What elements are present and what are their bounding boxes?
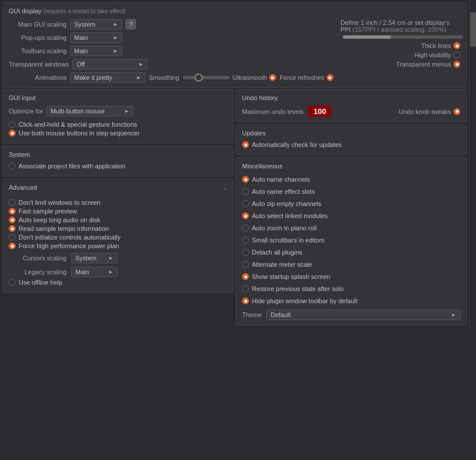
system-option-0[interactable]: Associate project files with application: [9, 163, 227, 170]
advanced-option-2[interactable]: Auto keep long audio on disk: [9, 216, 227, 223]
popups-arrow: ►: [113, 35, 118, 41]
popups-scaling-dropdown[interactable]: Main ►: [70, 32, 122, 43]
transparent-menus-label: Transparent menus: [396, 61, 451, 68]
misc-radio-4[interactable]: [242, 225, 249, 231]
misc-option-1[interactable]: Auto name effect slots: [242, 188, 460, 195]
theme-dropdown[interactable]: Default ►: [266, 310, 460, 320]
scrollbar[interactable]: [469, 0, 476, 327]
misc-radio-10[interactable]: [242, 297, 249, 304]
gui-input-radio-1[interactable]: [9, 130, 16, 137]
thick-lines-option[interactable]: Thick lines: [421, 42, 460, 49]
gui-left-controls: Main GUI scaling System ► ? Pop-ups sc: [9, 19, 334, 83]
misc-option-6[interactable]: Detach all plugins: [242, 249, 460, 256]
misc-option-0[interactable]: Auto name channels: [242, 176, 460, 183]
legacy-scaling-dropdown[interactable]: Main ►: [71, 267, 118, 277]
misc-radio-3[interactable]: [242, 212, 249, 219]
main-container: GUI display (requires a restart to take …: [0, 0, 469, 327]
gui-input-radio-0[interactable]: [9, 121, 16, 128]
misc-radio-5[interactable]: [242, 237, 249, 244]
theme-label: Theme: [242, 311, 262, 318]
misc-option-4[interactable]: Auto zoom in piano roll: [242, 225, 460, 231]
updates-option-0[interactable]: Automatically check for updates: [242, 141, 460, 148]
advanced-option-label-4: Don't initialize controls automatically: [19, 234, 120, 241]
undo-knob-tweaks-label: Undo knob tweaks: [399, 108, 452, 115]
two-col-layout: GUI input Optimize for Multi-button mous…: [2, 89, 467, 325]
advanced-option-3[interactable]: Read sample tempo information: [9, 225, 227, 232]
misc-option-9[interactable]: Restore previous state after solo: [242, 285, 460, 292]
misc-option-7[interactable]: Alternate meter scale: [242, 261, 460, 268]
high-visibility-radio[interactable]: [453, 51, 460, 58]
advanced-option-1[interactable]: Fast sample preview: [9, 208, 227, 215]
advanced-option-0[interactable]: Don't limit windows to screen: [9, 199, 227, 206]
scrollbar-thumb[interactable]: [470, 12, 476, 47]
force-refreshes-radio[interactable]: [327, 74, 334, 81]
misc-option-5[interactable]: Small scrollbars in editors: [242, 237, 460, 244]
misc-radio-7[interactable]: [242, 261, 249, 268]
optimize-for-dropdown[interactable]: Multi-button mouse ►: [46, 106, 133, 116]
advanced-radio-3[interactable]: [9, 225, 16, 232]
advanced-radio-0[interactable]: [9, 199, 16, 206]
gui-top-area: Main GUI scaling System ► ? Pop-ups sc: [9, 19, 460, 83]
system-title: System: [9, 151, 227, 158]
gui-input-option-label-0: Click-and-hold & special gesture functio…: [19, 121, 137, 128]
misc-option-8[interactable]: Show startup splash screen: [242, 273, 460, 280]
transparent-windows-dropdown[interactable]: Off ►: [72, 59, 148, 69]
advanced-radio-2[interactable]: [9, 216, 16, 223]
transparent-windows-arrow: ►: [138, 61, 144, 67]
undo-knob-tweaks-option[interactable]: Undo knob tweaks: [399, 108, 461, 115]
misc-option-2[interactable]: Auto zip empty channels: [242, 200, 460, 207]
toolbars-scaling-dropdown[interactable]: Main ►: [70, 46, 122, 56]
max-undo-value[interactable]: 100: [308, 106, 331, 117]
main-gui-scaling-dropdown[interactable]: System ►: [70, 19, 122, 30]
settings-panel: GUI display (requires a restart to take …: [0, 0, 469, 327]
misc-option-3[interactable]: Auto select linked modules: [242, 212, 460, 219]
advanced-radio-1[interactable]: [9, 208, 16, 215]
ultrasmooth-radio[interactable]: [269, 74, 276, 81]
misc-radio-2[interactable]: [242, 200, 249, 207]
system-radio-0[interactable]: [9, 163, 16, 170]
advanced-options: Don't limit windows to screenFast sample…: [9, 199, 227, 249]
gui-input-option-0[interactable]: Click-and-hold & special gesture functio…: [9, 121, 227, 128]
misc-radio-8[interactable]: [242, 273, 249, 280]
advanced-option-4[interactable]: Don't initialize controls automatically: [9, 234, 227, 241]
smoothing-label: Smoothing: [149, 74, 180, 81]
gui-display-section: GUI display (requires a restart to take …: [2, 2, 467, 88]
toolbars-scaling-value: Main: [74, 47, 88, 54]
right-toggles: Thick lines High visibility Transparent …: [340, 42, 460, 68]
system-option-label-0: Associate project files with application: [19, 163, 126, 170]
gui-display-label: GUI display: [9, 8, 42, 14]
transparent-menus-option[interactable]: Transparent menus: [396, 61, 460, 68]
transparent-menus-radio[interactable]: [453, 61, 460, 68]
misc-radio-6[interactable]: [242, 249, 249, 256]
high-visibility-option[interactable]: High visibility: [414, 51, 460, 58]
misc-radio-9[interactable]: [242, 285, 249, 292]
undo-row: Maximum undo levels 100 Undo knob tweaks: [242, 106, 460, 117]
updates-radio-0[interactable]: [242, 141, 249, 148]
misc-radio-0[interactable]: [242, 176, 249, 183]
thick-lines-radio[interactable]: [453, 42, 460, 49]
smoothing-knob[interactable]: [195, 73, 203, 82]
advanced-option-5[interactable]: Force high performance power plan: [9, 242, 227, 249]
system-options: Associate project files with application: [9, 163, 227, 170]
undo-knob-tweaks-radio[interactable]: [453, 108, 460, 115]
help-button[interactable]: ?: [126, 19, 136, 30]
main-gui-scaling-row: Main GUI scaling System ► ?: [9, 19, 334, 30]
ppi-slider[interactable]: [343, 35, 463, 39]
cursors-scaling-dropdown[interactable]: System ►: [71, 253, 118, 263]
misc-radio-1[interactable]: [242, 188, 249, 195]
advanced-collapse-btn[interactable]: ⌃: [222, 187, 227, 193]
optimize-row: Optimize for Multi-button mouse ►: [9, 106, 227, 116]
advanced-radio-5[interactable]: [9, 242, 16, 249]
animations-dropdown[interactable]: Make it pretty ►: [70, 72, 145, 83]
advanced-radio-4[interactable]: [9, 234, 16, 241]
offline-help-radio[interactable]: [9, 279, 16, 286]
smoothing-slider[interactable]: [183, 76, 229, 79]
main-gui-scaling-arrow: ►: [113, 21, 118, 27]
advanced-header-row: Advanced ⌃: [9, 184, 227, 196]
right-column: Undo history Maximum undo levels 100 Und…: [236, 89, 467, 325]
transparent-windows-value: Off: [76, 61, 85, 68]
misc-option-10[interactable]: Hide plugin window toolbar by default: [242, 297, 460, 304]
offline-help-item[interactable]: Use offline help: [9, 279, 227, 286]
gui-input-option-1[interactable]: Use both mouse buttons in step sequencer: [9, 130, 227, 137]
define-text: Define 1 inch / 2.54 cm or set display's…: [340, 19, 460, 33]
